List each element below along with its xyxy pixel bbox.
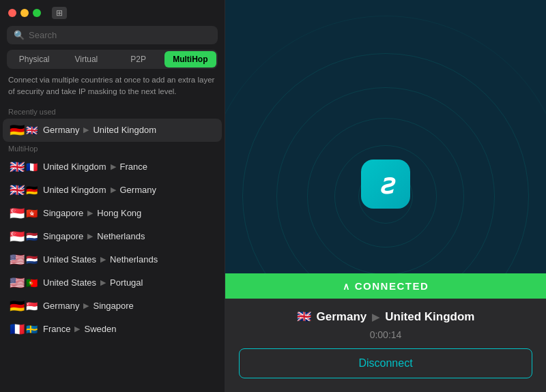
server-name: Germany ▶ United Kingdom bbox=[43, 125, 156, 135]
flag-portugal: 🇵🇹 bbox=[26, 278, 38, 288]
list-item[interactable]: 🇬🇧 🇩🇪 United Kingdom ▶ Germany bbox=[3, 179, 222, 202]
connection-timer: 0:00:14 bbox=[370, 329, 402, 340]
tab-multihop[interactable]: MultiHop bbox=[164, 51, 216, 67]
flag-us: 🇺🇸 bbox=[10, 277, 25, 289]
multihop-description: Connect via multiple countries at once t… bbox=[0, 74, 225, 105]
flag-pair: 🇺🇸 🇵🇹 bbox=[10, 277, 38, 289]
window-mode-button[interactable]: ⊞ bbox=[52, 7, 67, 19]
connected-panel: ∧ CONNECTED 🇬🇧 Germany ▶ United Kingdom … bbox=[225, 273, 546, 392]
flag-pair: 🇺🇸 🇳🇱 bbox=[10, 254, 38, 266]
server-name: United States ▶ Portugal bbox=[43, 277, 143, 288]
traffic-lights bbox=[8, 9, 41, 17]
maximize-button[interactable] bbox=[33, 9, 41, 17]
server-name: France ▶ Sweden bbox=[43, 324, 116, 334]
connection-status-label: CONNECTED bbox=[355, 280, 429, 292]
tab-p2p[interactable]: P2P bbox=[113, 51, 164, 67]
server-name: Singapore ▶ Netherlands bbox=[43, 231, 145, 241]
flag-singapore: 🇸🇬 bbox=[26, 301, 38, 311]
search-icon: 🔍 bbox=[14, 30, 25, 40]
flag-france: 🇫🇷 bbox=[10, 323, 25, 335]
flag-pair: 🇸🇬 🇳🇱 bbox=[10, 230, 38, 243]
flag-pair: 🇸🇬 🇭🇰 bbox=[10, 207, 38, 220]
section-label-multihop: MultiHop bbox=[3, 142, 222, 155]
right-panel: ƨ ∧ CONNECTED 🇬🇧 Germany ▶ United Kingdo… bbox=[225, 0, 546, 392]
server-name: United States ▶ Netherlands bbox=[43, 254, 158, 265]
flag-singapore: 🇸🇬 bbox=[10, 207, 25, 220]
connection-to: United Kingdom bbox=[385, 310, 474, 324]
flag-us: 🇺🇸 bbox=[10, 254, 25, 266]
list-item[interactable]: 🇺🇸 🇵🇹 United States ▶ Portugal bbox=[3, 271, 222, 295]
logo-container: ƨ bbox=[361, 160, 410, 209]
section-label-recently-used: Recently used bbox=[3, 105, 222, 119]
minimize-button[interactable] bbox=[20, 9, 29, 17]
search-input[interactable] bbox=[29, 30, 211, 40]
list-item[interactable]: 🇩🇪 🇬🇧 Germany ▶ United Kingdom bbox=[3, 119, 222, 142]
list-item[interactable]: 🇺🇸 🇳🇱 United States ▶ Netherlands bbox=[3, 248, 222, 271]
connected-body: 🇬🇧 Germany ▶ United Kingdom 0:00:14 Disc… bbox=[225, 299, 546, 392]
server-name: Germany ▶ Singapore bbox=[43, 301, 134, 311]
server-list[interactable]: Recently used 🇩🇪 🇬🇧 Germany ▶ United Kin… bbox=[0, 105, 225, 393]
app-logo: ƨ bbox=[361, 160, 410, 209]
list-item[interactable]: 🇸🇬 🇳🇱 Singapore ▶ Netherlands bbox=[3, 225, 222, 248]
flag-pair: 🇩🇪 🇬🇧 bbox=[10, 124, 38, 136]
chevron-up-icon: ∧ bbox=[343, 281, 349, 292]
tab-physical[interactable]: Physical bbox=[8, 51, 60, 67]
list-item[interactable]: 🇩🇪 🇸🇬 Germany ▶ Singapore bbox=[3, 295, 222, 318]
flag-uk: 🇬🇧 bbox=[10, 161, 25, 173]
flag-hongkong: 🇭🇰 bbox=[26, 209, 38, 218]
server-name: United Kingdom ▶ France bbox=[43, 162, 147, 172]
connection-flag: 🇬🇧 bbox=[297, 310, 311, 324]
list-item[interactable]: 🇸🇬 🇭🇰 Singapore ▶ Hong Kong bbox=[3, 202, 222, 225]
flag-france: 🇫🇷 bbox=[26, 162, 38, 172]
connection-route: 🇬🇧 Germany ▶ United Kingdom bbox=[297, 310, 475, 324]
flag-pair: 🇩🇪 🇸🇬 bbox=[10, 300, 38, 312]
flag-netherlands: 🇳🇱 bbox=[26, 232, 38, 241]
list-item[interactable]: 🇫🇷 🇸🇪 France ▶ Sweden bbox=[3, 318, 222, 341]
flag-netherlands: 🇳🇱 bbox=[26, 255, 38, 265]
flag-pair: 🇬🇧 🇫🇷 bbox=[10, 161, 38, 173]
server-name: Singapore ▶ Hong Kong bbox=[43, 208, 141, 218]
flag-germany: 🇩🇪 bbox=[10, 124, 25, 136]
tabs-bar: Physical Virtual P2P MultiHop bbox=[7, 50, 218, 69]
flag-germany: 🇩🇪 bbox=[10, 300, 25, 312]
flag-pair: 🇬🇧 🇩🇪 bbox=[10, 184, 38, 196]
logo-letter: ƨ bbox=[379, 170, 393, 198]
list-item[interactable]: 🇬🇧 🇫🇷 United Kingdom ▶ France bbox=[3, 155, 222, 179]
tab-virtual[interactable]: Virtual bbox=[60, 51, 112, 67]
server-name: United Kingdom ▶ Germany bbox=[43, 185, 156, 195]
flag-uk: 🇬🇧 bbox=[10, 184, 25, 196]
route-arrow-icon: ▶ bbox=[372, 312, 379, 322]
title-bar: ⊞ bbox=[0, 0, 225, 26]
connected-header[interactable]: ∧ CONNECTED bbox=[225, 273, 546, 299]
search-bar: 🔍 bbox=[7, 26, 218, 44]
connection-from: Germany bbox=[317, 310, 367, 324]
close-button[interactable] bbox=[8, 9, 16, 17]
flag-uk: 🇬🇧 bbox=[26, 125, 38, 135]
left-panel: ⊞ 🔍 Physical Virtual P2P MultiHop Connec… bbox=[0, 0, 225, 392]
flag-germany: 🇩🇪 bbox=[26, 185, 38, 195]
flag-singapore: 🇸🇬 bbox=[10, 230, 25, 243]
flag-pair: 🇫🇷 🇸🇪 bbox=[10, 323, 38, 335]
flag-sweden: 🇸🇪 bbox=[26, 325, 38, 334]
disconnect-button[interactable]: Disconnect bbox=[239, 348, 532, 378]
